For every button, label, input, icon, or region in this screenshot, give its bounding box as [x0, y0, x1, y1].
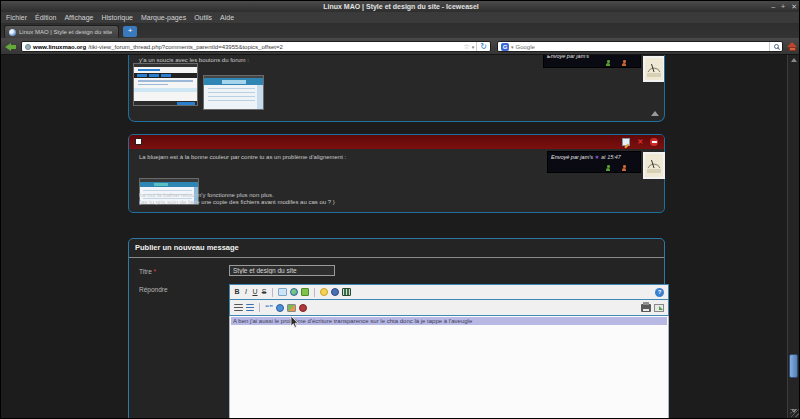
- indent-icon[interactable]: [234, 304, 243, 311]
- gallery-icon[interactable]: [287, 304, 296, 312]
- sender-star-icon: ★: [595, 154, 600, 160]
- post2-line1: La bluejam est à la bonne couleur par co…: [139, 154, 346, 160]
- post1-sender-box: Envoyé par jam's: [543, 55, 641, 68]
- wiki-link-icon[interactable]: [276, 304, 284, 312]
- navigation-toolbar: www.linuxmao.org /tiki-view_forum_thread…: [1, 38, 800, 55]
- text-color-icon[interactable]: [301, 288, 309, 296]
- forum-post-2: ✕ La bluejam est à la bonne couleur par …: [128, 134, 665, 213]
- quote-icon[interactable]: “”: [265, 304, 273, 312]
- post1-screenshot-thumbnail-1[interactable]: [133, 63, 198, 106]
- site-identity-icon: [25, 44, 31, 50]
- tab-active[interactable]: Linux MAO | Style et design du site: [4, 25, 119, 38]
- menu-affichage[interactable]: Affichage: [62, 14, 99, 21]
- anchor-icon[interactable]: [331, 288, 339, 296]
- post1-screenshot-thumbnail-2[interactable]: [203, 75, 264, 110]
- post2-time: at 15:47: [601, 154, 621, 160]
- maximize-button[interactable]: +: [781, 1, 785, 12]
- strikethrough-icon[interactable]: S: [261, 287, 267, 297]
- user-online-icon[interactable]: [606, 60, 611, 66]
- italic-icon[interactable]: I: [243, 287, 249, 297]
- message-textarea[interactable]: A ben j'ai aussi le problème d'écriture …: [229, 316, 669, 419]
- toolbar-separator: [314, 288, 315, 297]
- resize-grip[interactable]: [790, 409, 799, 417]
- menubar: Fichier Édition Affichage Historique Mar…: [1, 12, 800, 23]
- reload-icon[interactable]: ↻: [476, 42, 487, 51]
- edit-post-icon[interactable]: [622, 138, 630, 146]
- post2-line2: ha oui la balise retour n'y fonctionne p…: [139, 192, 274, 198]
- title-input[interactable]: [229, 265, 335, 276]
- heading-divider: [129, 257, 664, 258]
- toolbar-separator: [272, 288, 273, 297]
- search-engine-icon[interactable]: G: [501, 43, 509, 51]
- user-profile-icon[interactable]: [622, 165, 627, 171]
- menu-historique[interactable]: Historique: [99, 14, 139, 21]
- window-title: Linux MAO | Style et design du site - Ic…: [323, 3, 479, 10]
- bookmark-star-icon[interactable]: ☆: [464, 42, 470, 51]
- print-icon[interactable]: [641, 304, 651, 312]
- tab-title: Linux MAO | Style et design du site: [19, 29, 112, 35]
- menu-marque-pages[interactable]: Marque-pages: [139, 14, 192, 21]
- post2-line3: (as tu pris soin de faire une copie des …: [139, 199, 335, 205]
- url-domain: www.linuxmao.org: [33, 44, 86, 50]
- search-placeholder: Google: [516, 44, 535, 50]
- underline-icon[interactable]: U: [252, 287, 258, 297]
- url-path: /tiki-view_forum_thread.php?comments_par…: [88, 44, 283, 50]
- post2-select-checkbox[interactable]: [135, 138, 142, 145]
- toggle-editor-icon[interactable]: [654, 304, 664, 312]
- home-button[interactable]: [787, 42, 797, 52]
- post2-avatar[interactable]: [643, 152, 665, 179]
- editor-toolbar-row2: “”: [229, 300, 669, 316]
- search-bar[interactable]: G ▾ Google: [497, 41, 783, 52]
- new-message-form: Publier un nouveau message Titre * Répon…: [128, 238, 665, 419]
- user-online-icon[interactable]: [606, 165, 611, 171]
- insert-video-icon[interactable]: [342, 288, 351, 296]
- title-label: Titre *: [139, 268, 156, 275]
- menu-edition[interactable]: Édition: [33, 14, 62, 21]
- new-tab-button[interactable]: +: [123, 26, 137, 37]
- post1-sender-text: Envoyé par jam's: [544, 55, 640, 59]
- user-profile-icon[interactable]: [622, 60, 627, 66]
- mouse-cursor: [290, 316, 299, 329]
- search-engine-dropdown-icon[interactable]: ▾: [511, 44, 514, 50]
- collapse-post-icon[interactable]: [651, 111, 659, 116]
- insert-image-icon[interactable]: [278, 288, 287, 296]
- post1-avatar[interactable]: [643, 56, 665, 82]
- url-dropdown-icon[interactable]: ▾: [472, 44, 475, 50]
- help-icon[interactable]: ?: [655, 288, 664, 297]
- menu-aide[interactable]: Aide: [218, 14, 240, 21]
- search-go-button[interactable]: [769, 42, 782, 51]
- post2-sender-box: Envoyé par jam's ★ at 15:47: [547, 151, 641, 173]
- close-button[interactable]: ✕: [791, 1, 797, 12]
- reply-label: Répondre: [139, 286, 168, 293]
- site-favicon-icon: [9, 29, 16, 36]
- block-post-icon[interactable]: [650, 138, 658, 146]
- minimize-button[interactable]: –: [771, 1, 775, 12]
- post2-sender-text: Envoyé par jam's: [551, 154, 593, 160]
- smiley-icon[interactable]: [320, 288, 328, 296]
- menu-fichier[interactable]: Fichier: [4, 14, 33, 21]
- insert-link-icon[interactable]: [290, 288, 298, 296]
- forum-post-1: y'a un soucis avec les boutons du forum …: [128, 55, 665, 122]
- back-button[interactable]: [5, 42, 18, 51]
- window-titlebar: Linux MAO | Style et design du site - Ic…: [1, 1, 800, 12]
- delete-post-icon[interactable]: ✕: [637, 138, 643, 146]
- post2-moderation-header: ✕: [129, 135, 664, 149]
- url-bar[interactable]: www.linuxmao.org /tiki-view_forum_thread…: [21, 41, 491, 52]
- list-icon[interactable]: [246, 304, 254, 311]
- toolbar-separator: [259, 303, 260, 312]
- menu-outils[interactable]: Outils: [192, 14, 218, 21]
- special-char-icon[interactable]: [299, 304, 307, 312]
- vertical-scrollbar[interactable]: [787, 55, 799, 418]
- scroll-up-icon[interactable]: [788, 55, 799, 65]
- tab-bar: Linux MAO | Style et design du site +: [1, 23, 800, 38]
- search-icon: [774, 44, 779, 49]
- browser-window: Linux MAO | Style et design du site - Ic…: [0, 0, 800, 419]
- form-heading: Publier un nouveau message: [135, 243, 239, 252]
- required-mark: *: [154, 268, 157, 275]
- bold-icon[interactable]: B: [234, 287, 240, 297]
- scrollbar-thumb[interactable]: [789, 354, 798, 378]
- editor-toolbar-row1: B I U S ?: [229, 284, 669, 300]
- message-editor: B I U S ? “”: [229, 284, 669, 419]
